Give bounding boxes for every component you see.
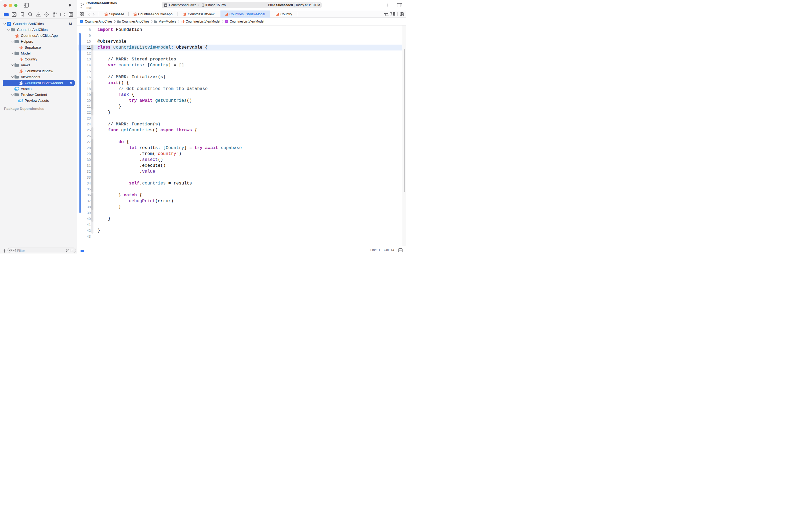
svg-text:C: C bbox=[226, 20, 227, 23]
